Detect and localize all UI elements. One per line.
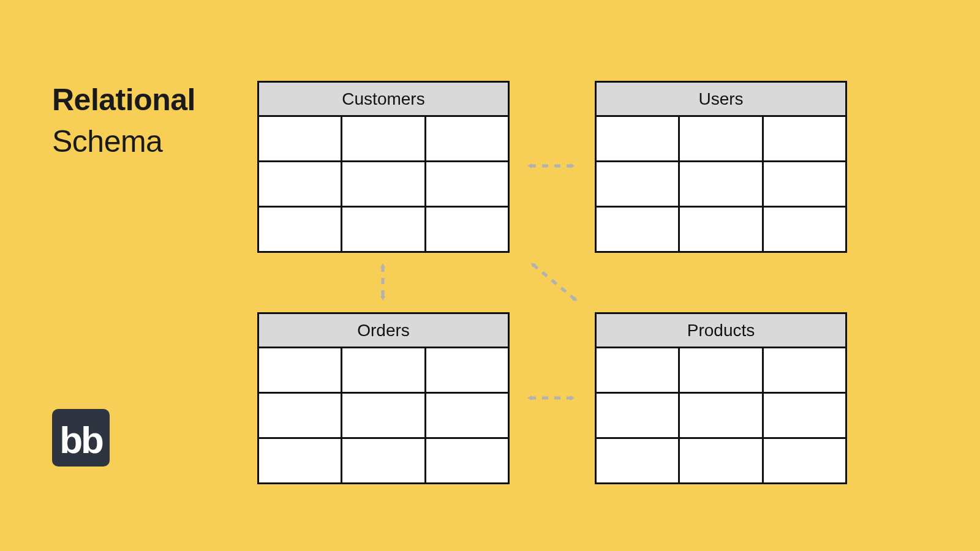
table-customers-header: Customers: [259, 83, 508, 117]
table-cell: [259, 394, 341, 437]
table-cell: [762, 394, 845, 437]
table-cell: [597, 208, 678, 251]
table-cell: [341, 208, 424, 251]
table-cell: [424, 439, 508, 482]
table-cell: [597, 348, 678, 392]
table-cell: [678, 348, 761, 392]
table-customers: Customers: [257, 81, 510, 253]
table-row: [259, 348, 508, 392]
table-cell: [259, 439, 341, 482]
table-cell: [678, 208, 761, 251]
table-cell: [341, 394, 424, 437]
diagram-title: Relational Schema: [52, 83, 195, 159]
table-orders-header: Orders: [259, 314, 508, 348]
table-products-header: Products: [597, 314, 845, 348]
table-row: [597, 117, 845, 160]
table-cell: [424, 348, 508, 392]
table-cell: [678, 162, 761, 206]
table-cell: [259, 348, 341, 392]
table-cell: [597, 162, 678, 206]
table-cell: [259, 117, 341, 160]
title-line-2: Schema: [52, 124, 195, 160]
table-users: Users: [595, 81, 847, 253]
diagram-canvas: Relational Schema bb Customers Users Ord…: [0, 0, 980, 551]
table-row: [259, 117, 508, 160]
table-row: [597, 392, 845, 437]
table-orders: Orders: [257, 312, 510, 484]
brand-logo: bb: [52, 409, 110, 467]
relation-users-orders: [533, 264, 576, 300]
table-cell: [424, 117, 508, 160]
table-cell: [259, 208, 341, 251]
table-row: [259, 160, 508, 206]
brand-logo-text: bb: [59, 421, 102, 459]
table-cell: [341, 348, 424, 392]
table-row: [597, 437, 845, 482]
table-cell: [597, 439, 678, 482]
table-products: Products: [595, 312, 847, 484]
table-cell: [424, 208, 508, 251]
table-cell: [424, 394, 508, 437]
title-line-1: Relational: [52, 83, 195, 118]
table-cell: [424, 162, 508, 206]
table-row: [259, 206, 508, 251]
table-row: [597, 206, 845, 251]
table-cell: [762, 348, 845, 392]
table-users-header: Users: [597, 83, 845, 117]
table-row: [597, 348, 845, 392]
table-cell: [762, 162, 845, 206]
table-cell: [678, 439, 761, 482]
table-cell: [341, 162, 424, 206]
table-cell: [597, 117, 678, 160]
table-cell: [762, 208, 845, 251]
table-cell: [597, 394, 678, 437]
table-cell: [678, 394, 761, 437]
table-cell: [259, 162, 341, 206]
table-cell: [762, 117, 845, 160]
table-cell: [762, 439, 845, 482]
table-cell: [678, 117, 761, 160]
table-row: [597, 160, 845, 206]
table-cell: [341, 439, 424, 482]
table-cell: [341, 117, 424, 160]
table-row: [259, 392, 508, 437]
table-row: [259, 437, 508, 482]
